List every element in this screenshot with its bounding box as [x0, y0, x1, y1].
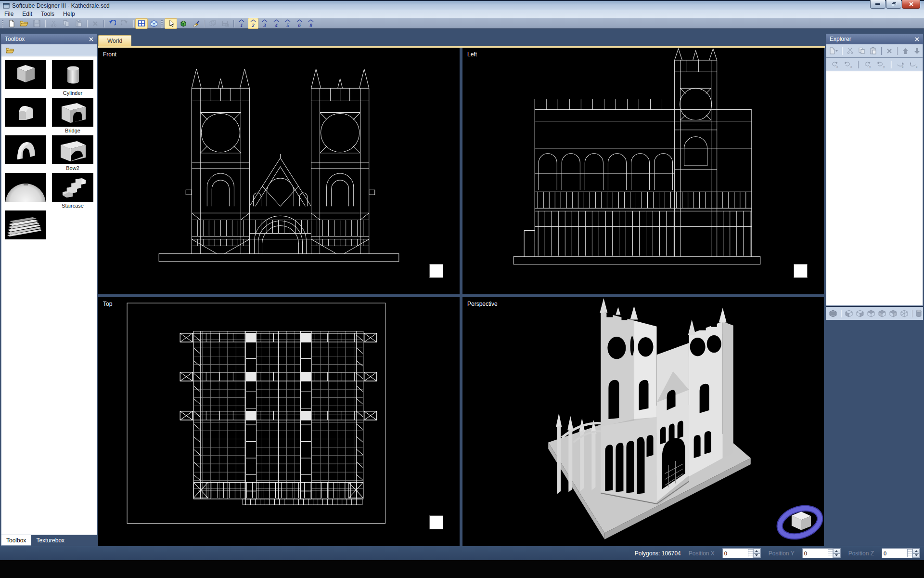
add-cube-button[interactable]: [177, 18, 190, 29]
menu-help[interactable]: Help: [59, 10, 79, 18]
explorer-copy-button[interactable]: [856, 46, 867, 56]
view-level-3-button[interactable]: 3: [259, 18, 270, 29]
toolbox-title-bar[interactable]: Toolbox: [1, 34, 97, 44]
cube-top-face-button[interactable]: [866, 308, 876, 319]
view-level-8-button[interactable]: 8: [306, 18, 316, 29]
toolbox-item-ledges[interactable]: [4, 210, 47, 248]
solid-cube-button[interactable]: [828, 308, 838, 319]
viewport-top[interactable]: Top: [98, 297, 460, 546]
toolbox-item-cylinder[interactable]: Cylinder: [51, 60, 94, 98]
view-level-4-button[interactable]: 4: [271, 18, 282, 29]
view-origin-widget[interactable]: [794, 264, 808, 278]
cylinder-view-button[interactable]: [914, 308, 923, 319]
copy-button[interactable]: [60, 18, 72, 29]
position-y-stepper[interactable]: [833, 549, 840, 558]
view-level-5-button[interactable]: 5: [282, 18, 293, 29]
cube-top-right-button[interactable]: [888, 308, 898, 319]
tab-texturebox[interactable]: Texturebox: [31, 535, 69, 546]
open-button[interactable]: [18, 18, 30, 29]
view-level-2-button[interactable]: 2: [248, 18, 258, 29]
close-icon[interactable]: [89, 37, 93, 41]
viewport-perspective[interactable]: Perspective: [462, 297, 824, 546]
viewport-left[interactable]: Left: [462, 48, 824, 294]
move-down-button[interactable]: [911, 46, 923, 56]
title-bar[interactable]: Softcube Designer III - Kathedrale.scd: [0, 0, 924, 11]
position-z-stepper[interactable]: [912, 549, 920, 558]
undo-button[interactable]: [106, 18, 118, 29]
rotate-x-ccw-button[interactable]: x: [842, 59, 856, 70]
view-level-1-button[interactable]: 1: [236, 18, 247, 29]
toolbar-separator: [842, 47, 842, 55]
view-level-6-button[interactable]: 6: [294, 18, 305, 29]
view-origin-widget[interactable]: [429, 264, 443, 278]
tab-toolbox[interactable]: Toolbox: [1, 535, 31, 546]
rotate-x-button[interactable]: x: [828, 59, 842, 70]
cube-right-face-icon: [855, 309, 865, 318]
toolbox-item-dome[interactable]: [4, 173, 47, 210]
position-z-label: Position Z: [848, 550, 874, 557]
cube-left-face-button[interactable]: [844, 308, 854, 319]
toolbox-item-staircase[interactable]: Staircase: [51, 173, 94, 210]
paste-button[interactable]: [72, 18, 85, 29]
minimize-button[interactable]: [870, 0, 886, 9]
position-y-input[interactable]: [803, 550, 827, 557]
menu-edit[interactable]: Edit: [18, 10, 37, 18]
scissors-icon: [847, 47, 854, 54]
position-x-input[interactable]: [723, 550, 747, 557]
viewport-front[interactable]: Front: [98, 48, 460, 294]
new-button[interactable]: [5, 18, 18, 29]
3d-view-button[interactable]: [148, 18, 160, 29]
delete-button[interactable]: [89, 18, 102, 29]
menu-file[interactable]: File: [0, 10, 18, 18]
pointer-icon: [167, 20, 175, 27]
position-x-stepper[interactable]: [753, 549, 760, 558]
explorer-panel: Explorer: [826, 34, 923, 546]
toolbox-toolbar: [1, 44, 97, 56]
explorer-cut-button[interactable]: [845, 46, 856, 56]
save-button[interactable]: [30, 18, 43, 29]
view-origin-widget[interactable]: [429, 515, 443, 529]
snap-move-button[interactable]: [206, 18, 219, 29]
toolbox-item-bow[interactable]: [4, 135, 47, 173]
cube-top-left-button[interactable]: [877, 308, 887, 319]
toolbox-item-bridge[interactable]: Bridge: [51, 98, 94, 135]
explorer-delete-button[interactable]: [884, 46, 895, 56]
rotate-z-button[interactable]: z: [894, 59, 907, 70]
toolbar-separator: [87, 20, 87, 27]
explorer-new-button[interactable]: [828, 46, 839, 56]
explorer-title-bar[interactable]: Explorer: [826, 34, 923, 44]
level-label: 2: [252, 22, 255, 28]
toolbar-grip[interactable]: [161, 20, 163, 27]
close-icon[interactable]: [915, 37, 919, 41]
viewport-layout-button[interactable]: [135, 18, 148, 29]
bottom-band: [0, 560, 924, 578]
restore-button[interactable]: [886, 0, 901, 9]
minimize-icon: [875, 3, 880, 5]
menu-tools[interactable]: Tools: [37, 10, 59, 18]
toolbox-item-rounded-block[interactable]: [4, 98, 47, 135]
cut-button[interactable]: [47, 18, 60, 29]
grid-snap-button[interactable]: [219, 18, 231, 29]
rotate-z-ccw-button[interactable]: z: [908, 59, 921, 70]
cube-wire-button[interactable]: [899, 308, 910, 319]
rotate-y-ccw-icon: y: [877, 61, 886, 68]
rotate-y-ccw-button[interactable]: y: [875, 59, 888, 70]
svg-text:y: y: [869, 65, 871, 68]
paint-tool-button[interactable]: [190, 18, 202, 29]
rotate-y-button[interactable]: y: [861, 59, 874, 70]
explorer-paste-button[interactable]: [868, 46, 879, 56]
cube-right-face-button[interactable]: [855, 308, 865, 319]
close-button[interactable]: [902, 0, 920, 9]
position-z-input[interactable]: [882, 550, 907, 557]
toolbar-separator: [858, 61, 859, 68]
toolbox-item-bow2[interactable]: Bow2: [51, 135, 94, 173]
move-up-button[interactable]: [900, 46, 911, 56]
toolbox-item-cube[interactable]: [4, 60, 47, 98]
tab-world[interactable]: World: [98, 35, 131, 46]
paste-icon: [870, 47, 877, 54]
explorer-tree[interactable]: [826, 71, 923, 306]
redo-button[interactable]: [118, 18, 131, 29]
toolbar-grip[interactable]: [2, 20, 3, 27]
load-toolbox-button[interactable]: [3, 45, 17, 55]
select-tool-button[interactable]: [165, 18, 177, 29]
